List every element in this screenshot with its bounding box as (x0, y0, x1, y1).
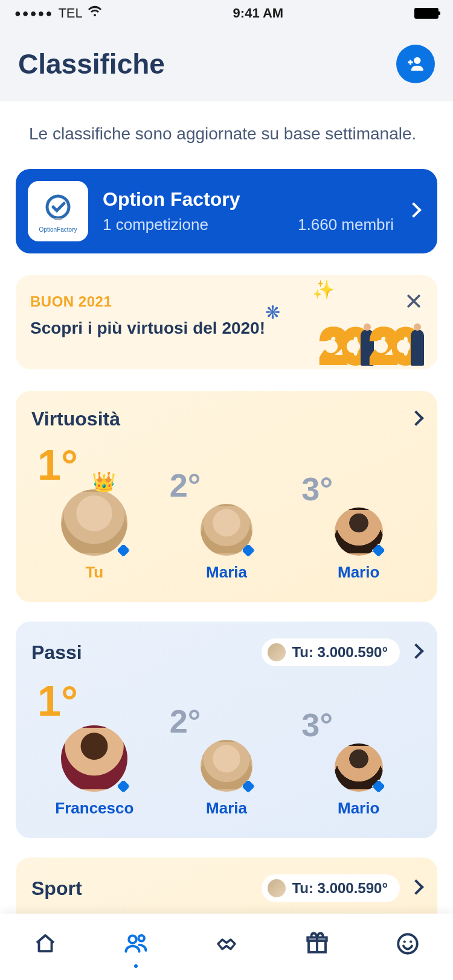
organization-members: 1.660 membri (298, 215, 394, 234)
firework-icon: ✨ (312, 279, 335, 300)
leaderboard-row: 1°👑Tu2°Maria3°Mario (31, 441, 422, 582)
verified-badge-icon (117, 544, 130, 557)
page-title: Classifiche (18, 48, 165, 80)
gift-icon (304, 931, 330, 956)
organization-logo: OptionFactory (28, 181, 88, 241)
people-icon (123, 931, 149, 957)
rank-label: 1° (37, 677, 78, 725)
leaderboard-header: SportTu: 3.000.590° (31, 874, 422, 902)
organization-card[interactable]: OptionFactory Option Factory 1 competizi… (16, 169, 437, 253)
battery-icon (414, 8, 439, 19)
subtitle-text: Le classifiche sono aggiornate su base s… (16, 124, 437, 144)
chevron-right-icon (408, 205, 419, 218)
svg-point-5 (398, 934, 417, 953)
leaderboard-entry[interactable]: 2°Maria (164, 702, 290, 818)
organization-logo-label: OptionFactory (39, 226, 77, 233)
svg-point-1 (47, 196, 69, 218)
leaderboard-entry[interactable]: 3°Mario (295, 706, 422, 818)
avatar-wrap (201, 504, 252, 556)
leaderboard-card[interactable]: Virtuosità1°👑Tu2°Maria3°Mario (16, 391, 437, 602)
avatar-wrap (335, 508, 383, 556)
smile-icon (395, 931, 420, 956)
your-rank-text: Tu: 3.000.590° (292, 880, 388, 897)
leaderboard-entry[interactable]: 3°Mario (295, 470, 422, 582)
entry-name: Tu (85, 563, 103, 582)
rank-label: 3° (301, 470, 333, 508)
avatar (61, 725, 127, 792)
leaderboard-entry[interactable]: 1°👑Tu (31, 441, 158, 582)
content-area: Le classifiche sono aggiornate su base s… (0, 101, 453, 980)
organization-competitions: 1 competizione (103, 215, 208, 234)
entry-name: Francesco (55, 799, 133, 818)
svg-point-7 (410, 940, 412, 943)
add-user-icon (405, 54, 426, 74)
organization-name: Option Factory (103, 188, 394, 211)
avatar-wrap (61, 489, 127, 556)
chevron-right-icon (411, 882, 422, 895)
leaderboard-row: 1°Francesco2°Maria3°Mario (31, 677, 422, 818)
leaderboards-container: Virtuosità1°👑Tu2°Maria3°MarioPassiTu: 3.… (16, 391, 437, 980)
nav-home[interactable] (27, 926, 63, 962)
carrier-label: TEL (58, 5, 82, 21)
svg-point-3 (138, 935, 144, 941)
avatar-wrap (335, 743, 383, 792)
leaderboard-card[interactable]: PassiTu: 3.000.590°1°Francesco2°Maria3°M… (16, 622, 437, 838)
entry-name: Maria (206, 563, 247, 582)
promo-banner[interactable]: ✨ ❋ BUON 2021 Scopri i più virtuosi del … (16, 275, 437, 369)
avatar-wrap (201, 740, 252, 792)
chevron-right-icon (411, 413, 422, 426)
close-icon (405, 292, 423, 310)
leaderboard-entry[interactable]: 1°Francesco (31, 677, 158, 818)
add-user-button[interactable] (396, 45, 435, 83)
promo-illustration: 20 20 (320, 327, 420, 366)
verified-badge-icon (117, 780, 130, 793)
bottom-nav (0, 914, 453, 980)
leaderboard-title: Virtuosità (31, 408, 120, 430)
avatar (61, 489, 127, 556)
nav-gift[interactable] (299, 926, 335, 962)
firework-icon: ❋ (265, 302, 280, 323)
wifi-icon (88, 5, 102, 21)
app-header: Classifiche (0, 27, 453, 101)
chevron-right-icon (411, 646, 422, 659)
status-bar: ●●●●● TEL 9:41 AM (0, 0, 453, 27)
leaderboard-entry[interactable]: 2°Maria (164, 466, 290, 582)
rank-label: 3° (301, 706, 333, 743)
entry-name: Mario (338, 799, 379, 818)
your-rank-pill: Tu: 3.000.590° (262, 874, 400, 902)
rank-label: 1° (37, 441, 78, 489)
avatar-wrap (61, 725, 127, 792)
nav-people[interactable] (118, 926, 154, 962)
rank-label: 2° (170, 466, 201, 504)
entry-name: Mario (338, 563, 379, 582)
your-rank-text: Tu: 3.000.590° (292, 644, 388, 661)
entry-name: Maria (206, 799, 247, 818)
nav-smile[interactable] (390, 926, 426, 962)
avatar-mini (268, 643, 286, 661)
leaderboard-header: PassiTu: 3.000.590° (31, 638, 422, 666)
leaderboard-header: Virtuosità (31, 408, 422, 430)
svg-point-6 (403, 940, 406, 943)
home-icon (33, 931, 58, 956)
your-rank-pill: Tu: 3.000.590° (262, 638, 400, 666)
crown-icon: 👑 (92, 470, 116, 493)
clock-label: 9:41 AM (233, 5, 284, 21)
nav-handshake[interactable] (208, 926, 245, 962)
rank-label: 2° (170, 702, 201, 740)
svg-point-2 (129, 935, 136, 943)
promo-label: BUON 2021 (30, 293, 423, 310)
svg-point-0 (414, 57, 420, 64)
leaderboard-title: Sport (31, 877, 82, 900)
avatar-mini (268, 879, 286, 897)
signal-dots-icon: ●●●●● (14, 7, 53, 20)
leaderboard-title: Passi (31, 641, 82, 664)
handshake-icon (214, 931, 239, 956)
close-button[interactable] (405, 292, 423, 313)
